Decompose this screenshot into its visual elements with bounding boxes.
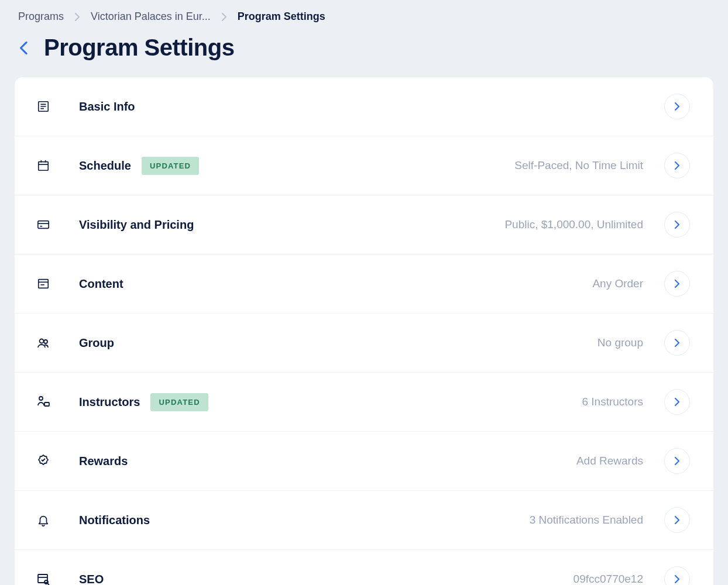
chevron-right-icon[interactable]: [664, 212, 690, 238]
group-icon: [36, 335, 51, 350]
svg-point-14: [40, 339, 44, 343]
row-visibility-pricing[interactable]: Visibility and Pricing Public, $1,000.00…: [15, 195, 713, 254]
row-description: 3 Notifications Enabled: [530, 514, 643, 526]
chevron-right-icon: [221, 13, 227, 21]
row-description: No group: [597, 336, 643, 349]
row-description: Add Rewards: [576, 455, 643, 467]
chevron-right-icon[interactable]: [664, 330, 690, 356]
row-title: Visibility and Pricing: [79, 218, 194, 232]
row-basic-info[interactable]: Basic Info: [15, 77, 713, 136]
chevron-right-icon[interactable]: [664, 448, 690, 474]
instructor-icon: [36, 394, 51, 410]
chevron-right-icon[interactable]: [664, 389, 690, 415]
svg-rect-17: [44, 402, 49, 406]
row-group[interactable]: Group No group: [15, 314, 713, 373]
chevron-right-icon[interactable]: [664, 566, 690, 585]
chevron-right-icon[interactable]: [664, 507, 690, 533]
row-title: Instructors: [79, 395, 140, 409]
row-schedule[interactable]: Schedule UPDATED Self-Paced, No Time Lim…: [15, 136, 713, 195]
calendar-icon: [36, 158, 51, 173]
row-description: 6 Instructors: [582, 395, 643, 408]
row-title: Schedule: [79, 159, 131, 173]
settings-list: Basic Info Schedule UPDATED Self-Paced, …: [15, 77, 713, 585]
breadcrumb-current: Program Settings: [238, 11, 325, 23]
credit-card-icon: [36, 217, 51, 232]
chevron-right-icon[interactable]: [664, 153, 690, 178]
search-page-icon: [36, 572, 51, 585]
row-description: Public, $1,000.00, Unlimited: [504, 218, 643, 231]
svg-rect-8: [38, 221, 49, 229]
row-instructors[interactable]: Instructors UPDATED 6 Instructors: [15, 373, 713, 432]
svg-rect-11: [39, 280, 49, 288]
svg-rect-18: [38, 574, 47, 583]
row-description: 09fcc0770e12: [574, 573, 643, 585]
breadcrumb-programs[interactable]: Programs: [18, 11, 64, 23]
row-seo[interactable]: SEO 09fcc0770e12: [15, 550, 713, 585]
row-title: Rewards: [79, 455, 128, 468]
row-title: SEO: [79, 573, 104, 586]
breadcrumb: Programs Victorian Palaces in Eur... Pro…: [18, 11, 713, 23]
badge-icon: [36, 453, 51, 469]
row-notifications[interactable]: Notifications 3 Notifications Enabled: [15, 491, 713, 550]
chevron-right-icon[interactable]: [664, 94, 690, 119]
page-header: Program Settings: [16, 35, 713, 61]
chevron-right-icon: [74, 13, 80, 21]
svg-point-16: [39, 397, 43, 400]
page-title: Program Settings: [44, 35, 234, 61]
bell-icon: [36, 512, 51, 528]
back-button[interactable]: [16, 40, 32, 56]
svg-rect-4: [39, 162, 49, 171]
row-description: Any Order: [592, 277, 643, 290]
layout-icon: [36, 276, 51, 291]
breadcrumb-program-name[interactable]: Victorian Palaces in Eur...: [91, 11, 211, 23]
row-title: Basic Info: [79, 100, 135, 113]
chevron-right-icon[interactable]: [664, 271, 690, 297]
row-description: Self-Paced, No Time Limit: [514, 159, 643, 172]
svg-point-15: [44, 340, 47, 343]
row-rewards[interactable]: Rewards Add Rewards: [15, 432, 713, 491]
row-title: Content: [79, 277, 123, 291]
row-title: Group: [79, 336, 114, 350]
document-icon: [36, 99, 51, 114]
row-title: Notifications: [79, 514, 150, 527]
updated-badge: UPDATED: [150, 393, 208, 411]
updated-badge: UPDATED: [142, 157, 199, 175]
row-content[interactable]: Content Any Order: [15, 254, 713, 314]
